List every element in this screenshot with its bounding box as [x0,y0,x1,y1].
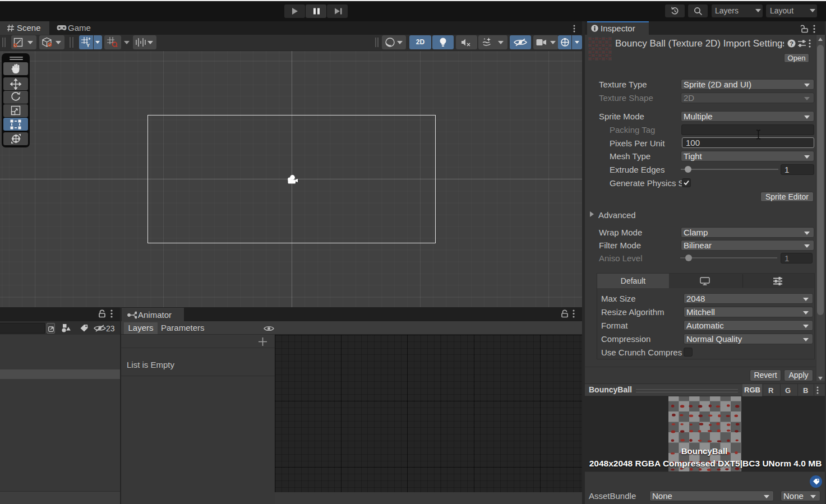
svg-text:Y: Y [86,43,90,48]
svg-text:?: ? [790,40,793,47]
